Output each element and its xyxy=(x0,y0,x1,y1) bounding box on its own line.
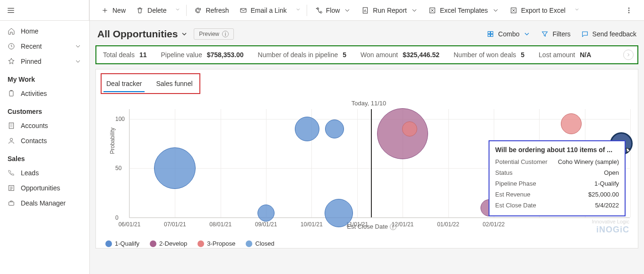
cmd-flow[interactable]: Flow xyxy=(310,4,356,17)
chevron-down-icon xyxy=(295,7,301,12)
cmd-overflow[interactable] xyxy=(620,4,637,17)
svg-point-15 xyxy=(628,12,629,13)
bubble-point[interactable] xyxy=(258,205,275,222)
nav-deals-manager[interactable]: Deals Manager xyxy=(0,196,89,211)
group-mywork: My Work xyxy=(0,69,89,86)
list-icon xyxy=(8,184,15,192)
funnel-icon xyxy=(541,30,549,38)
metric-value: N/A xyxy=(580,51,591,59)
group-customers: Customers xyxy=(0,101,89,118)
metric-value: 11 xyxy=(139,51,147,59)
legend-item[interactable]: 2-Develop xyxy=(150,240,187,247)
filters-button[interactable]: Filters xyxy=(541,30,570,38)
cmd-templates[interactable]: Excel Templates xyxy=(424,4,504,17)
briefcase-icon xyxy=(8,199,15,207)
metric-value: $325,446.52 xyxy=(403,51,439,59)
chevron-down-icon xyxy=(574,7,580,12)
legend-item[interactable]: 1-Qualify xyxy=(105,240,139,247)
y-tick: 0 xyxy=(115,214,119,221)
today-label: Today, 11/10 xyxy=(352,100,386,107)
clipboard-icon xyxy=(8,90,15,97)
metric-label: Total deals xyxy=(103,51,135,59)
bubble-point[interactable] xyxy=(377,108,428,159)
svg-rect-18 xyxy=(488,34,490,37)
info-icon: i xyxy=(390,223,396,230)
chart-legend: 1-Qualify2-Develop3-ProposeClosed xyxy=(105,240,275,247)
chat-icon xyxy=(581,30,589,38)
building-icon xyxy=(8,122,15,129)
chevron-down-icon xyxy=(74,43,82,50)
chevron-down-icon xyxy=(180,30,188,38)
tab-sales-funnel[interactable]: Sales funnel xyxy=(153,76,195,92)
chevron-down-icon xyxy=(343,7,351,14)
bubble-point[interactable] xyxy=(154,147,196,189)
cmd-report[interactable]: Run Report xyxy=(357,4,423,17)
x-axis-label: Est Close Date i xyxy=(115,223,628,231)
phone-icon xyxy=(8,169,15,177)
cmd-delete[interactable]: Delete xyxy=(131,4,171,17)
bubble-point[interactable] xyxy=(561,113,582,134)
svg-point-6 xyxy=(10,138,12,141)
watermark-tag: Innovative Logic xyxy=(592,219,630,224)
info-icon: i xyxy=(222,31,229,37)
combo-button[interactable]: Combo xyxy=(487,30,531,38)
view-selector[interactable]: All Opportunities xyxy=(97,28,188,40)
metric-value: 5 xyxy=(343,51,346,59)
today-line xyxy=(371,109,372,217)
cmd-export[interactable]: Export to Excel xyxy=(505,4,570,17)
chevron-down-icon xyxy=(492,7,499,14)
svg-rect-4 xyxy=(9,91,13,96)
metric-label: Lost amount xyxy=(539,51,575,59)
tab-deal-tracker[interactable]: Deal tracker xyxy=(103,76,145,92)
y-axis-label: Probability xyxy=(109,128,116,154)
legend-item[interactable]: Closed xyxy=(246,240,274,247)
nav-accounts[interactable]: Accounts xyxy=(0,118,89,133)
mail-icon xyxy=(240,7,247,14)
grid-icon xyxy=(487,30,494,38)
tooltip-title: Will be ordering about 110 items of ... xyxy=(495,146,619,154)
chevron-down-icon xyxy=(74,58,82,65)
cmd-delete-drop[interactable] xyxy=(172,5,183,16)
cmd-email-drop[interactable] xyxy=(292,5,304,16)
person-icon xyxy=(8,137,15,145)
cmd-export-drop[interactable] xyxy=(571,5,583,16)
sidebar: Home Recent Pinned My Work Activities Cu… xyxy=(0,21,89,274)
group-sales: Sales xyxy=(0,148,89,165)
pin-icon xyxy=(8,58,15,65)
metrics-next[interactable] xyxy=(623,50,634,60)
watermark-brand: iNOGiC xyxy=(596,225,629,235)
svg-rect-8 xyxy=(9,202,14,205)
svg-rect-16 xyxy=(488,32,490,34)
feedback-button[interactable]: Send feedback xyxy=(581,30,636,38)
bubble-point[interactable] xyxy=(325,120,344,138)
chevron-down-icon xyxy=(411,7,418,14)
report-icon xyxy=(361,7,369,14)
svg-rect-17 xyxy=(491,32,493,34)
nav-opportunities[interactable]: Opportunities xyxy=(0,180,89,196)
nav-activities[interactable]: Activities xyxy=(0,86,89,101)
nav-home[interactable]: Home xyxy=(0,24,89,39)
nav-contacts[interactable]: Contacts xyxy=(0,133,89,148)
legend-item[interactable]: 3-Propose xyxy=(197,240,235,247)
metric-label: Number of won deals xyxy=(454,51,516,59)
trash-icon xyxy=(136,7,144,14)
chevron-right-icon xyxy=(626,52,631,58)
chart-tooltip: Will be ordering about 110 items of ... … xyxy=(489,140,626,216)
y-tick: 50 xyxy=(115,165,121,171)
command-bar: New Delete Refresh Email a Link Flow Run… xyxy=(90,0,644,21)
nav-recent[interactable]: Recent xyxy=(0,39,89,54)
metric-value: 5 xyxy=(521,51,524,59)
bubble-point[interactable] xyxy=(402,121,417,137)
svg-rect-19 xyxy=(491,34,493,37)
bubble-point[interactable] xyxy=(295,117,319,141)
plus-icon xyxy=(101,7,109,14)
hamburger-menu[interactable] xyxy=(0,0,89,21)
cmd-new[interactable]: New xyxy=(96,4,130,17)
preview-badge[interactable]: Previewi xyxy=(194,28,234,40)
nav-pinned[interactable]: Pinned xyxy=(0,54,89,69)
cmd-refresh[interactable]: Refresh xyxy=(189,4,233,17)
cmd-email[interactable]: Email a Link xyxy=(235,4,292,17)
excel-icon xyxy=(429,7,436,14)
chevron-down-icon xyxy=(523,30,531,38)
nav-leads[interactable]: Leads xyxy=(0,165,89,180)
